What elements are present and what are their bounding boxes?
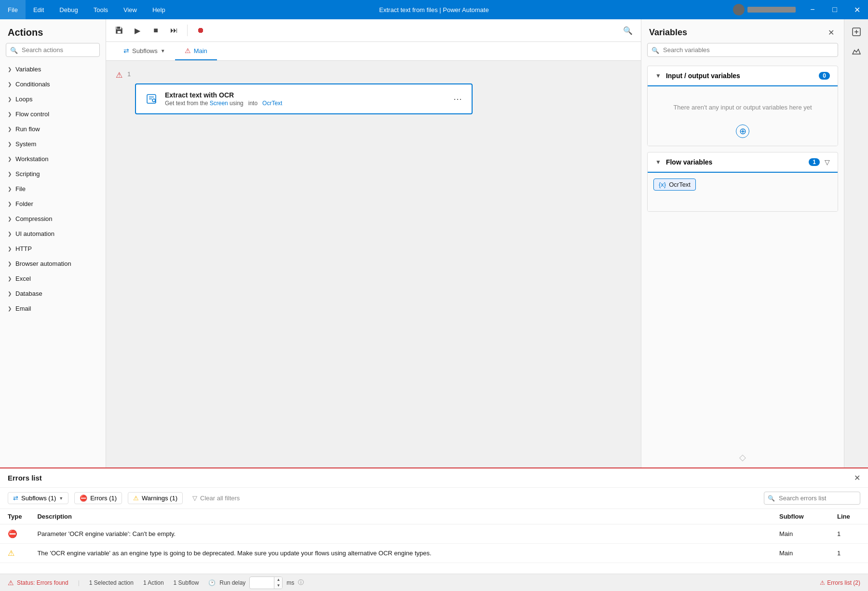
subflows-filter-button[interactable]: ⇄ Subflows (1) ▼ [8,492,68,504]
flow-variables-section: ▼ Flow variables 1 ▽ {x} OcrText [647,152,838,212]
close-button[interactable]: ✕ [846,0,868,19]
action-item-label: Flow control [15,110,49,118]
action-item-compression[interactable]: ❯ Compression [0,211,106,226]
action-item-scripting[interactable]: ❯ Scripting [0,166,106,181]
run-delay-increment[interactable]: ▲ [274,577,282,583]
action-item-variables[interactable]: ❯ Variables [0,62,106,77]
status-errors-found: ⚠ Status: Errors found [8,579,68,587]
variables-sidebar-button[interactable] [848,23,865,41]
actions-title: Actions [0,19,106,43]
assets-sidebar-button[interactable] [848,42,865,60]
action-number: 1 [127,70,137,78]
col-subflow: Subflow [772,509,829,524]
action-desc-link-screen[interactable]: Screen [210,100,228,107]
action-item-browser-automation[interactable]: ❯ Browser automation [0,256,106,271]
menu-help[interactable]: Help [145,0,173,19]
table-row[interactable]: ⚠ The 'OCR engine variable' as an engine… [0,544,868,563]
section-badge: 0 [819,72,830,80]
action-more-button[interactable]: ⋯ [451,92,464,106]
run-delay-value[interactable]: 100 [250,578,274,588]
action-item-workstation[interactable]: ❯ Workstation [0,151,106,166]
action-item-system[interactable]: ❯ System [0,137,106,151]
flow-editor: ▶ ■ ⏭ ⏺ 🔍 ⇄ Subflows ▼ ⚠ Main [106,19,641,467]
chevron-icon: ❯ [8,156,12,162]
content-area: Actions 🔍 ❯ Variables ❯ Conditionals ❯ L… [0,19,868,467]
run-delay-decrement[interactable]: ▼ [274,583,282,589]
actions-search-input[interactable] [6,43,100,57]
main-layout: Actions 🔍 ❯ Variables ❯ Conditionals ❯ L… [0,19,868,591]
errors-filter-button[interactable]: ⛔ Errors (1) [74,492,122,504]
flow-variables-section-header[interactable]: ▼ Flow variables 1 ▽ [648,152,838,173]
errors-search-input[interactable] [764,492,860,505]
action-item-label: Run flow [15,125,40,133]
menu-debug[interactable]: Debug [52,0,85,19]
input-output-section-header[interactable]: ▼ Input / output variables 0 [648,66,838,86]
tab-main[interactable]: ⚠ Main [175,42,217,60]
maximize-button[interactable]: □ [824,0,846,19]
status-separator: | [78,579,80,586]
action-item-conditionals[interactable]: ❯ Conditionals [0,77,106,92]
clock-icon: 🕑 [208,579,216,586]
status-text: Status: Errors found [17,579,68,586]
menu-file[interactable]: File [0,0,26,19]
action-item-database[interactable]: ❯ Database [0,286,106,301]
title-bar: File Edit Debug Tools View Help Extract … [0,0,868,19]
variables-close-button[interactable]: ✕ [826,26,836,39]
action-item-run-flow[interactable]: ❯ Run flow [0,122,106,137]
menu-edit[interactable]: Edit [26,0,52,19]
errors-panel-title: Errors list [8,474,42,482]
total-actions-count: 1 Action [143,579,164,586]
action-item-http[interactable]: ❯ HTTP [0,241,106,256]
action-item-folder[interactable]: ❯ Folder [0,196,106,211]
step-button[interactable]: ⏭ [167,23,181,38]
variable-name: OcrText [669,181,691,188]
add-variable-button[interactable]: ⊕ [736,124,749,138]
menu-view[interactable]: View [116,0,145,19]
run-delay-info-icon[interactable]: ⓘ [298,578,304,587]
error-type-icon: ⛔ [8,530,17,538]
section-chevron-icon: ▼ [655,72,661,79]
filter-icon[interactable]: ▽ [825,158,830,166]
errors-close-button[interactable]: ✕ [854,473,860,482]
errors-header: Errors list ✕ [0,468,868,488]
chevron-icon: ❯ [8,291,12,296]
errors-table: Type Description Subflow Line ⛔ Paramete… [0,509,868,563]
flow-action-card[interactable]: Extract text with OCR Get text from the … [135,83,473,114]
chevron-icon: ❯ [8,231,12,236]
section-chevron-icon: ▼ [655,159,661,165]
subflows-dropdown-arrow: ▼ [59,496,63,501]
errors-search-box: 🔍 [764,492,860,505]
table-header-row: Type Description Subflow Line [0,509,868,524]
chevron-icon: ❯ [8,171,12,177]
menu-tools[interactable]: Tools [86,0,116,19]
error-badge-icon: ⛔ [80,495,87,502]
svg-point-1 [152,99,155,102]
action-desc-link-ocrtext[interactable]: OcrText [262,100,282,107]
variables-search-icon: 🔍 [651,46,659,54]
flow-variable-item[interactable]: {x} OcrText [653,179,696,191]
table-row[interactable]: ⛔ Parameter 'OCR engine variable': Can't… [0,524,868,544]
selected-action-count: 1 Selected action [89,579,134,586]
action-item-label: Scripting [15,170,40,178]
warnings-filter-button[interactable]: ⚠ Warnings (1) [128,492,183,504]
subflows-dropdown-icon[interactable]: ▼ [161,48,165,54]
action-item-flow-control[interactable]: ❯ Flow control [0,107,106,122]
run-button[interactable]: ▶ [130,23,145,38]
variables-search-input[interactable] [647,43,838,57]
errors-list-label: Errors list (2) [827,579,860,586]
tab-subflows[interactable]: ⇄ Subflows ▼ [114,42,175,60]
search-button[interactable]: 🔍 [621,23,635,38]
action-item-file[interactable]: ❯ File [0,181,106,196]
errors-list-link[interactable]: ⚠ Errors list (2) [820,579,860,586]
action-item-email[interactable]: ❯ Email [0,301,106,316]
clear-filters-button[interactable]: ▽ Clear all filters [189,493,244,504]
row-description: Parameter 'OCR engine variable': Can't b… [29,524,772,544]
minimize-button[interactable]: − [801,0,824,19]
save-button[interactable] [112,23,126,38]
record-button[interactable]: ⏺ [193,23,208,38]
action-item-loops[interactable]: ❯ Loops [0,92,106,107]
variables-panel: Variables ✕ 🔍 ▼ Input / output variables… [641,19,844,467]
action-item-excel[interactable]: ❯ Excel [0,271,106,286]
action-item-ui-automation[interactable]: ❯ UI automation [0,226,106,241]
stop-button[interactable]: ■ [149,23,163,38]
